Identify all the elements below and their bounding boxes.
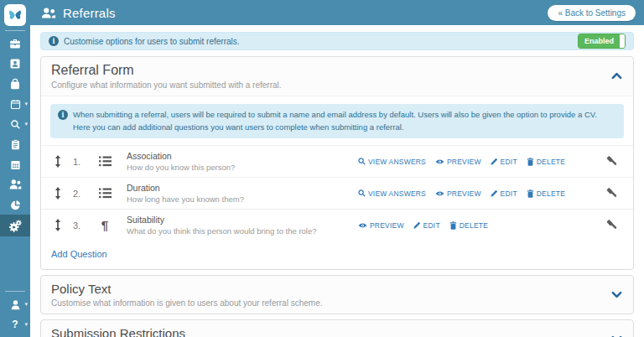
chevron-down-icon[interactable] [611, 331, 622, 337]
panel-title: Policy Text [51, 282, 605, 296]
panel-title: Submission Restrictions [51, 326, 605, 337]
question-actions: VIEW ANSWERS PREVIEW EDIT [358, 158, 565, 166]
panel-referral-form-header[interactable]: Referral Form Configure what information… [41, 57, 633, 96]
preview-link[interactable]: PREVIEW [435, 158, 481, 166]
panel-subtitle: Customise what information is given to u… [51, 298, 605, 308]
eye-icon [435, 158, 444, 165]
panel-referral-form: Referral Form Configure what information… [40, 56, 634, 270]
view-answers-link[interactable]: VIEW ANSWERS [358, 189, 426, 198]
chevron-down-icon[interactable] [611, 287, 622, 302]
referral-info-banner: i When submitting a referral, users will… [50, 104, 624, 138]
bag-icon [9, 78, 21, 90]
sidebar-item-calendar-menu[interactable]: ▾ [0, 94, 30, 114]
question-actions: VIEW ANSWERS PREVIEW EDIT [358, 189, 565, 198]
delete-link[interactable]: DELETE [527, 158, 565, 166]
page-header: Referrals « Back to Settings [30, 0, 644, 25]
content: i Customise options for users to submit … [30, 25, 644, 337]
pie-chart-icon [10, 200, 21, 210]
gavel-icon[interactable] [605, 187, 618, 200]
panel-referral-form-body: i When submitting a referral, users will… [41, 96, 633, 269]
app-window: ▾ ▾ [0, 0, 644, 337]
pencil-icon [413, 221, 421, 229]
clipboard-icon [10, 139, 21, 150]
panel-policy-text: Policy Text Customise what information i… [40, 275, 634, 314]
view-answers-link[interactable]: VIEW ANSWERS [358, 158, 426, 166]
drag-handle-icon[interactable] [51, 219, 65, 231]
enabled-toggle[interactable]: Enabled [578, 34, 626, 49]
sidebar-item-search-menu[interactable]: ▾ [0, 114, 30, 134]
edit-link[interactable]: EDIT [491, 189, 517, 198]
question-number: 3. [73, 220, 90, 231]
preview-link[interactable]: PREVIEW [358, 221, 404, 230]
pencil-icon [491, 158, 498, 165]
question-row-duration: 2. Duration How long have you known them… [41, 177, 633, 209]
cogs-icon [9, 220, 22, 232]
id-card-icon [9, 58, 21, 70]
chevron-up-icon[interactable] [611, 68, 622, 83]
toggle-handle [620, 34, 625, 48]
search-icon [358, 158, 366, 165]
trash-icon [527, 189, 534, 198]
question-actions: PREVIEW EDIT DELETE [358, 221, 488, 230]
drag-handle-icon[interactable] [51, 187, 65, 200]
enabled-toggle-label: Enabled [579, 34, 620, 48]
drag-handle-icon[interactable] [51, 155, 65, 168]
briefcase-icon [9, 38, 21, 49]
sidebar-item-people[interactable] [0, 174, 30, 194]
info-icon: i [58, 110, 68, 120]
caret-down-icon: ▾ [24, 321, 28, 327]
add-question-link[interactable]: Add Question [41, 241, 117, 269]
edit-link[interactable]: EDIT [413, 221, 440, 230]
sidebar-item-contacts[interactable] [0, 54, 30, 74]
question-title: Association [127, 151, 358, 161]
sidebar-item-briefcase[interactable] [0, 34, 30, 54]
panel-policy-text-header[interactable]: Policy Text Customise what information i… [41, 276, 633, 314]
app-logo[interactable] [4, 4, 26, 26]
question-number: 1. [73, 157, 90, 167]
paragraph-icon: ¶ [95, 219, 115, 231]
question-mark-icon: ? [12, 319, 18, 330]
preview-link[interactable]: PREVIEW [435, 189, 481, 198]
referrals-users-icon [41, 8, 56, 18]
sidebar-item-clipboard[interactable] [0, 134, 30, 154]
panel-submission-restrictions-header[interactable]: Submission Restrictions Choose whether c… [41, 320, 633, 337]
gavel-icon[interactable] [605, 155, 618, 168]
page-title: Referrals [63, 6, 116, 20]
sidebar-item-bag[interactable] [0, 74, 30, 94]
sidebar-item-calendar[interactable] [0, 154, 30, 174]
sidebar-bottom: ▾ ? ▾ [0, 290, 30, 337]
list-icon [95, 156, 115, 167]
referral-info-text: When submitting a referral, users will b… [73, 109, 616, 133]
caret-down-icon: ▾ [24, 101, 28, 106]
back-to-settings-button[interactable]: « Back to Settings [548, 5, 636, 21]
caret-down-icon: ▾ [24, 301, 28, 307]
question-number: 2. [73, 189, 90, 199]
gavel-icon[interactable] [605, 219, 618, 231]
butterfly-icon [8, 8, 23, 23]
calendar-grid-icon [10, 159, 21, 170]
trash-icon [449, 221, 457, 230]
question-subtitle: How long have you known them? [127, 194, 358, 204]
sidebar-item-settings[interactable] [0, 215, 30, 236]
pencil-icon [491, 189, 498, 197]
sidebar: ▾ ▾ [0, 0, 30, 337]
sidebar-item-help-menu[interactable]: ? ▾ [0, 314, 30, 334]
eye-icon [358, 222, 367, 229]
question-row-association: 1. Association How do you know this pers… [41, 145, 633, 177]
question-text: Association How do you know this person? [127, 151, 358, 172]
question-subtitle: How do you know this person? [127, 163, 358, 172]
panel-submission-restrictions: Submission Restrictions Choose whether c… [40, 319, 634, 337]
sidebar-divider [5, 291, 25, 292]
question-title: Suitability [127, 215, 358, 225]
sidebar-item-account-menu[interactable]: ▾ [0, 294, 30, 314]
search-icon [10, 119, 21, 130]
info-banner-text: Customise options for users to submit re… [64, 37, 578, 46]
sidebar-divider [5, 30, 25, 31]
delete-link[interactable]: DELETE [449, 221, 488, 230]
question-row-suitability: 3. ¶ Suitability What do you think this … [41, 209, 633, 241]
info-icon: i [49, 36, 59, 46]
edit-link[interactable]: EDIT [491, 158, 517, 166]
trash-icon [527, 158, 534, 166]
delete-link[interactable]: DELETE [527, 189, 565, 198]
sidebar-item-reports[interactable] [0, 194, 30, 215]
